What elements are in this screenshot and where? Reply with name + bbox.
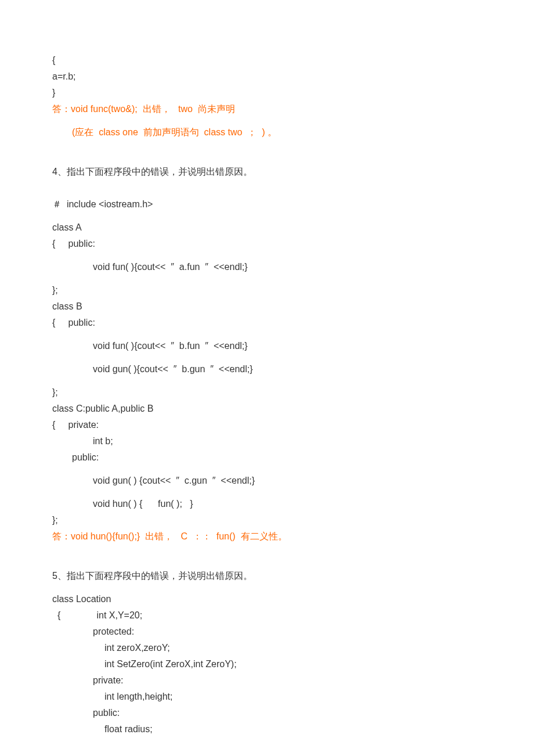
code-line: class A bbox=[52, 219, 482, 236]
code-line: int SetZero(int ZeroX,int ZeroY); bbox=[52, 656, 482, 672]
code-line: float radius; bbox=[52, 721, 482, 737]
code-line: public: bbox=[52, 705, 482, 721]
spacer bbox=[52, 584, 482, 591]
answer-line: 答：void func(two&); 出错， two 尚未声明 bbox=[52, 101, 482, 117]
spacer bbox=[52, 354, 482, 361]
spacer bbox=[52, 377, 482, 384]
code-line: private: bbox=[52, 672, 482, 689]
spacer bbox=[52, 275, 482, 282]
code-line: class Location bbox=[52, 591, 482, 607]
code-line: ＃ include <iostream.h> bbox=[52, 196, 482, 213]
spacer bbox=[52, 117, 482, 124]
code-line: void hun( ) { fun( ); } bbox=[52, 496, 482, 512]
answer-line: 答：void hun(){fun();} 出错， C ：： fun() 有二义性… bbox=[52, 528, 482, 545]
code-line: int zeroX,zeroY; bbox=[52, 640, 482, 656]
code-line: }; bbox=[52, 512, 482, 528]
code-line: { private: bbox=[52, 417, 482, 433]
code-line: { bbox=[52, 52, 482, 69]
code-line: int length,height; bbox=[52, 689, 482, 705]
code-line: { int X,Y=20; bbox=[52, 607, 482, 624]
code-line: } bbox=[52, 85, 482, 101]
code-line: { public: bbox=[52, 315, 482, 331]
spacer bbox=[52, 180, 482, 196]
code-line: void gun( ) {cout<< ″ c.gun ″ <<endl;} bbox=[52, 473, 482, 489]
code-line: void gun( ){cout<< ″ b.gun ″ <<endl;} bbox=[52, 361, 482, 377]
code-line: class B bbox=[52, 298, 482, 315]
code-line: }; bbox=[52, 282, 482, 298]
spacer bbox=[52, 141, 482, 164]
code-line: public: bbox=[52, 449, 482, 466]
spacer bbox=[52, 331, 482, 338]
spacer bbox=[52, 252, 482, 259]
spacer bbox=[52, 489, 482, 496]
document-page: { a=r.b; } 答：void func(two&); 出错， two 尚未… bbox=[0, 0, 534, 756]
spacer bbox=[52, 545, 482, 568]
code-line: void fun( ){cout<< ″ b.fun ″ <<endl;} bbox=[52, 338, 482, 354]
spacer bbox=[52, 213, 482, 219]
code-line: void fun( ){cout<< ″ a.fun ″ <<endl;} bbox=[52, 259, 482, 275]
code-line: class C:public A,public B bbox=[52, 401, 482, 417]
code-line: a=r.b; bbox=[52, 69, 482, 85]
question-title: 5、指出下面程序段中的错误，并说明出错原因。 bbox=[52, 568, 482, 584]
answer-line: (应在 class one 前加声明语句 class two ； ) 。 bbox=[52, 124, 482, 141]
spacer bbox=[52, 466, 482, 473]
question-title: 4、指出下面程序段中的错误，并说明出错原因。 bbox=[52, 164, 482, 180]
code-line: }; bbox=[52, 384, 482, 401]
code-line: int b; bbox=[52, 433, 482, 449]
code-line: { public: bbox=[52, 236, 482, 252]
code-line: protected: bbox=[52, 624, 482, 640]
